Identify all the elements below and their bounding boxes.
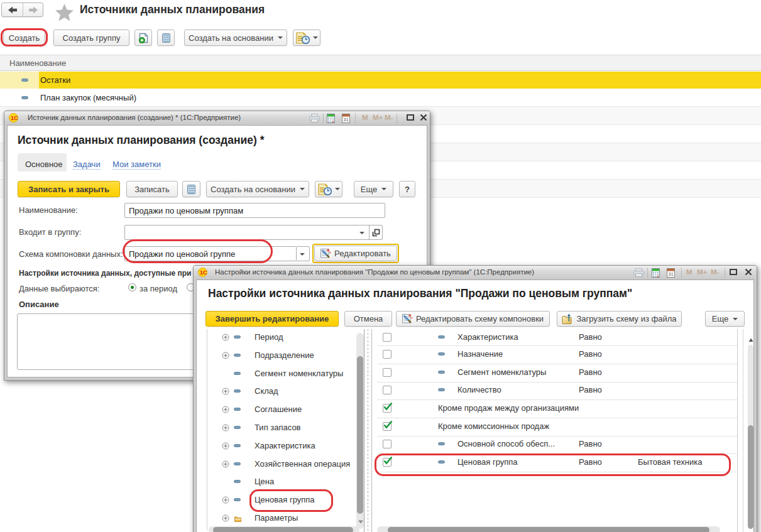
svg-text:31: 31 [343,117,348,122]
svg-text:31: 31 [668,271,673,277]
